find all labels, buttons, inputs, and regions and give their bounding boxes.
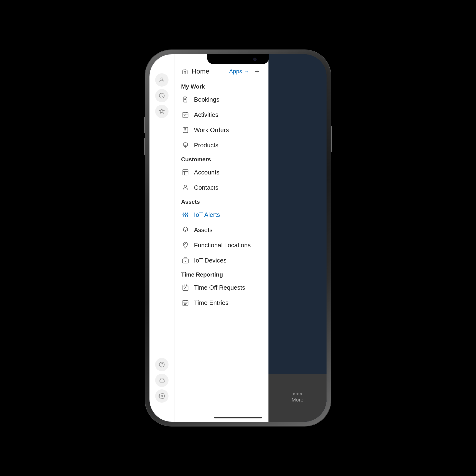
svg-rect-36 <box>183 300 188 306</box>
dot-3 <box>300 393 302 395</box>
contacts-label: Contacts <box>194 184 219 191</box>
power-button[interactable] <box>331 126 332 152</box>
assets-label: Assets <box>194 226 213 234</box>
home-label[interactable]: Home <box>192 68 226 75</box>
iot-devices-label: IoT Devices <box>194 257 227 264</box>
iot-alerts-item[interactable]: IoT Alerts <box>174 207 269 222</box>
dot-1 <box>293 393 295 395</box>
menu-panel: Home Apps → + My Work Bookings Act <box>174 54 269 422</box>
home-icon <box>181 68 189 75</box>
apps-link[interactable]: Apps → <box>229 68 249 75</box>
svg-point-17 <box>183 214 184 215</box>
sidebar-cloud-icon[interactable] <box>155 374 169 387</box>
add-button[interactable]: + <box>252 67 262 76</box>
svg-rect-13 <box>183 170 188 175</box>
dots-row <box>293 393 302 395</box>
assets-item[interactable]: Assets <box>174 222 269 238</box>
products-item[interactable]: Products <box>174 137 269 153</box>
time-entries-item[interactable]: Time Entries <box>174 295 269 310</box>
volume-up-button[interactable] <box>144 117 145 133</box>
iot-devices-icon <box>181 256 190 265</box>
iot-alerts-icon <box>181 210 190 219</box>
time-entries-icon <box>181 298 190 307</box>
time-off-requests-label: Time Off Requests <box>194 284 245 291</box>
svg-point-18 <box>185 214 186 215</box>
screen-content: Home Apps → + My Work Bookings Act <box>150 54 326 422</box>
time-off-requests-item[interactable]: Time Off Requests <box>174 280 269 295</box>
volume-down-button[interactable] <box>144 138 145 155</box>
phone-screen: Home Apps → + My Work Bookings Act <box>150 54 326 422</box>
svg-point-28 <box>185 243 186 245</box>
sidebar-pin-icon[interactable] <box>155 105 169 118</box>
sidebar-clock-icon[interactable] <box>155 89 169 102</box>
bookings-label: Bookings <box>194 96 220 103</box>
assets-icon <box>181 226 190 234</box>
iot-devices-item[interactable]: IoT Devices <box>174 253 269 268</box>
functional-locations-item[interactable]: Functional Locations <box>174 238 269 253</box>
products-icon <box>181 141 190 150</box>
accounts-icon <box>181 168 190 177</box>
activities-icon <box>181 110 190 119</box>
notch <box>207 54 269 64</box>
phone-frame: Home Apps → + My Work Bookings Act <box>145 50 331 426</box>
accounts-item[interactable]: Accounts <box>174 165 269 180</box>
home-indicator[interactable] <box>214 417 262 418</box>
sidebar-user-icon[interactable] <box>155 73 169 87</box>
svg-point-4 <box>161 395 163 397</box>
sidebar-settings-icon[interactable] <box>155 389 169 403</box>
iot-alerts-label: IoT Alerts <box>194 211 220 219</box>
activities-label: Activities <box>194 111 219 119</box>
customers-section-header: Customers <box>174 153 269 165</box>
accounts-label: Accounts <box>194 169 220 176</box>
assets-section-header: Assets <box>174 195 269 207</box>
svg-point-16 <box>184 185 187 187</box>
work-orders-icon <box>181 126 190 134</box>
right-panel-content: More <box>269 374 326 422</box>
my-work-section-header: My Work <box>174 80 269 92</box>
activities-item[interactable]: Activities <box>174 107 269 122</box>
sidebar <box>150 54 174 422</box>
time-entries-label: Time Entries <box>194 299 228 306</box>
functional-locations-icon <box>181 241 190 249</box>
right-panel: More <box>269 54 326 422</box>
right-panel-top <box>269 54 326 126</box>
contacts-icon <box>181 183 190 192</box>
work-orders-item[interactable]: Work Orders <box>174 122 269 137</box>
bookings-icon <box>181 95 190 104</box>
svg-point-3 <box>162 366 162 367</box>
time-off-requests-icon <box>181 283 190 292</box>
functional-locations-label: Functional Locations <box>194 241 251 249</box>
more-label[interactable]: More <box>291 397 304 403</box>
sidebar-help-icon[interactable] <box>155 358 169 371</box>
svg-point-0 <box>161 78 163 80</box>
svg-rect-29 <box>183 259 188 263</box>
bookings-item[interactable]: Bookings <box>174 92 269 107</box>
dot-2 <box>297 393 298 395</box>
contacts-item[interactable]: Contacts <box>174 180 269 195</box>
svg-point-19 <box>187 214 188 215</box>
time-reporting-section-header: Time Reporting <box>174 268 269 280</box>
products-label: Products <box>194 142 219 149</box>
work-orders-label: Work Orders <box>194 126 229 134</box>
